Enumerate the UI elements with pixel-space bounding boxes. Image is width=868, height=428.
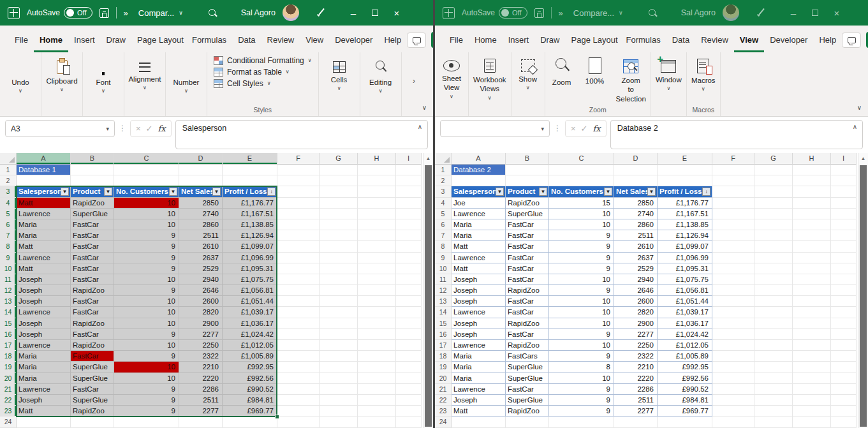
- cell-D3[interactable]: Net Sales▼: [179, 186, 223, 197]
- comments-button[interactable]: [842, 33, 861, 48]
- cell-A13[interactable]: Joseph: [452, 296, 506, 307]
- row-header-1[interactable]: 1: [435, 165, 452, 175]
- cell-H15[interactable]: [793, 318, 831, 329]
- ribbon-button-conditional-formatting[interactable]: Conditional Formatting∨: [214, 56, 312, 65]
- cell-F21[interactable]: [277, 384, 320, 395]
- column-header-B[interactable]: B: [71, 153, 114, 165]
- tab-home[interactable]: Home: [34, 29, 68, 52]
- cell-I13[interactable]: [831, 296, 857, 307]
- column-header-C[interactable]: C: [114, 153, 179, 165]
- cell-H16[interactable]: [793, 329, 831, 340]
- cell-F18[interactable]: [712, 351, 754, 362]
- cell-I17[interactable]: [396, 340, 422, 351]
- cell-A8[interactable]: Matt: [452, 241, 506, 252]
- cell-H21[interactable]: [793, 384, 831, 395]
- cell-B1[interactable]: [506, 165, 549, 175]
- tab-formulas[interactable]: Formulas: [186, 29, 232, 52]
- cell-C13[interactable]: 10: [549, 296, 614, 307]
- cell-I20[interactable]: [396, 373, 422, 384]
- cell-C15[interactable]: 10: [549, 318, 614, 329]
- cell-G15[interactable]: [754, 318, 793, 329]
- ribbon-button-show[interactable]: Show∨: [511, 52, 545, 90]
- cell-H24[interactable]: [793, 417, 831, 427]
- cell-C22[interactable]: 9: [114, 395, 179, 406]
- row-header-8[interactable]: 8: [435, 241, 452, 252]
- cell-H1[interactable]: [358, 165, 396, 175]
- cell-A17[interactable]: Lawrence: [452, 340, 506, 351]
- cell-G22[interactable]: [320, 395, 358, 406]
- cell-H8[interactable]: [358, 241, 396, 252]
- row-header-16[interactable]: 16: [0, 329, 17, 340]
- cell-H13[interactable]: [358, 296, 396, 307]
- column-header-F[interactable]: F: [712, 153, 754, 165]
- cell-A23[interactable]: Matt: [17, 406, 71, 417]
- row-header-19[interactable]: 19: [0, 362, 17, 373]
- cell-I19[interactable]: [831, 362, 857, 373]
- cell-E22[interactable]: £984.81: [658, 395, 712, 406]
- cell-H11[interactable]: [358, 274, 396, 285]
- cell-E9[interactable]: £1,096.99: [223, 253, 277, 263]
- cell-F19[interactable]: [712, 362, 754, 373]
- cell-D1[interactable]: [614, 165, 658, 175]
- save-icon[interactable]: [99, 8, 109, 18]
- cell-F3[interactable]: [712, 186, 754, 197]
- cell-H12[interactable]: [793, 285, 831, 296]
- cell-B5[interactable]: SuperGlue: [71, 209, 114, 219]
- cell-I20[interactable]: [831, 373, 857, 384]
- column-header-A[interactable]: A: [17, 153, 71, 165]
- cell-A22[interactable]: Joseph: [17, 395, 71, 406]
- cell-C4[interactable]: 15: [549, 198, 614, 209]
- tab-data[interactable]: Data: [232, 29, 261, 52]
- cell-E24[interactable]: [658, 417, 712, 427]
- cell-B15[interactable]: RapidZoo: [71, 318, 114, 329]
- cell-C19[interactable]: 10: [114, 362, 179, 373]
- cell-H22[interactable]: [358, 395, 396, 406]
- cell-A3[interactable]: Salesperson▼: [17, 186, 71, 197]
- cell-I18[interactable]: [396, 351, 422, 362]
- cell-A21[interactable]: Lawrence: [452, 384, 506, 395]
- row-header-6[interactable]: 6: [435, 219, 452, 230]
- scroll-up-icon[interactable]: ▲: [858, 153, 868, 164]
- cell-I1[interactable]: [396, 165, 422, 175]
- cell-A22[interactable]: Joseph: [452, 395, 506, 406]
- cell-B4[interactable]: RapidZoo: [506, 198, 549, 209]
- name-box[interactable]: A3▾: [5, 120, 115, 137]
- cell-A19[interactable]: Maria: [452, 362, 506, 373]
- cell-F11[interactable]: [712, 274, 754, 285]
- cell-I12[interactable]: [831, 285, 857, 296]
- user-name[interactable]: Sal Agoro: [241, 8, 276, 17]
- column-header-I[interactable]: I: [831, 153, 857, 165]
- cell-F17[interactable]: [277, 340, 320, 351]
- cell-C12[interactable]: 9: [549, 285, 614, 296]
- tab-page-layout[interactable]: Page Layout: [131, 29, 186, 52]
- formula-bar-expand-icon[interactable]: ∧: [853, 123, 857, 130]
- cell-G11[interactable]: [754, 274, 793, 285]
- cell-A16[interactable]: Joseph: [452, 329, 506, 340]
- cell-F21[interactable]: [712, 384, 754, 395]
- cell-A5[interactable]: Lawrence: [452, 209, 506, 219]
- row-header-1[interactable]: 1: [0, 165, 17, 175]
- cell-I10[interactable]: [831, 263, 857, 274]
- cell-F5[interactable]: [277, 209, 320, 219]
- autosave-pill[interactable]: Off: [499, 7, 527, 18]
- search-icon[interactable]: [648, 8, 658, 18]
- insert-function-icon[interactable]: fx: [158, 124, 166, 133]
- filter-dropdown-icon[interactable]: ▼: [169, 188, 177, 196]
- cell-H7[interactable]: [358, 230, 396, 241]
- filter-dropdown-icon[interactable]: ▼: [647, 188, 656, 196]
- row-header-19[interactable]: 19: [435, 362, 452, 373]
- cell-D11[interactable]: 2940: [614, 274, 658, 285]
- cell-H5[interactable]: [358, 209, 396, 219]
- cell-E3[interactable]: Profit / Loss↓: [223, 186, 277, 197]
- cell-H2[interactable]: [793, 175, 831, 186]
- cell-I7[interactable]: [396, 230, 422, 241]
- cell-I6[interactable]: [396, 219, 422, 230]
- tab-data[interactable]: Data: [666, 29, 695, 52]
- cell-A2[interactable]: [452, 175, 506, 186]
- quick-access-overflow-button[interactable]: »: [124, 8, 128, 18]
- cell-G2[interactable]: [320, 175, 358, 186]
- cell-D12[interactable]: 2646: [614, 285, 658, 296]
- cell-C16[interactable]: 9: [114, 329, 179, 340]
- cell-C23[interactable]: 9: [549, 406, 614, 417]
- cell-B16[interactable]: FastCar: [71, 329, 114, 340]
